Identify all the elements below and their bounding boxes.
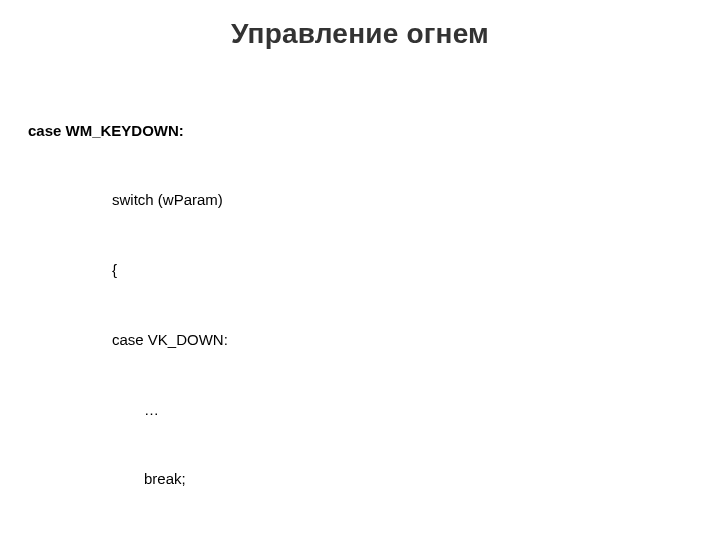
code-line: … <box>28 398 692 421</box>
slide: Управление огнем case WM_KEYDOWN: switch… <box>0 0 720 540</box>
code-line: case VK_DOWN: <box>28 328 692 351</box>
code-block: case WM_KEYDOWN: switch (wParam) { case … <box>28 72 692 540</box>
slide-title: Управление огнем <box>28 18 692 50</box>
code-line: case WM_KEYDOWN: <box>28 119 692 142</box>
code-line: break; <box>28 467 692 490</box>
code-line: switch (wParam) <box>28 188 692 211</box>
code-line: { <box>28 258 692 281</box>
